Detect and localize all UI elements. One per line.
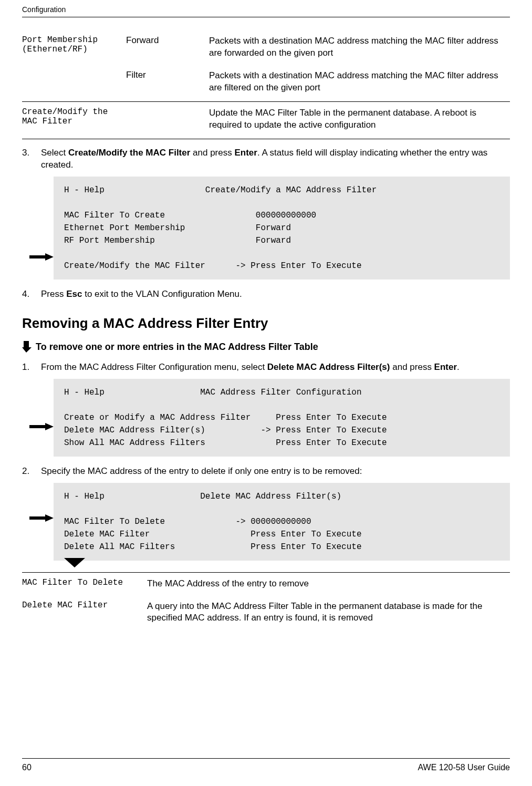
def-desc: Packets with a destination MAC address m… [209, 32, 510, 67]
definition-table-1: Port Membership (Ethernet/RF) Forward Pa… [22, 32, 510, 139]
def-item: Delete MAC Filter [22, 597, 147, 632]
page-number: 60 [22, 763, 32, 772]
task-text: To remove one or more entries in the MAC… [36, 342, 318, 353]
terminal-text: H - Help MAC Address Filter Configuratio… [54, 379, 510, 457]
table-row: Create/Modify the MAC Filter Update the … [22, 101, 510, 139]
table-row: Delete MAC Filter A query into the MAC A… [22, 597, 510, 632]
step-number: 4. [22, 288, 41, 301]
step-text: Specify the MAC address of the entry to … [41, 465, 510, 478]
arrow-right-icon [29, 514, 54, 522]
def-item: MAC Filter To Delete [22, 572, 147, 597]
def-option: Forward [126, 32, 209, 67]
arrow-task-icon [22, 341, 32, 353]
step-number: 3. [22, 147, 41, 172]
arrow-right-icon [29, 253, 54, 261]
terminal-text: H - Help Create/Modify a MAC Address Fil… [54, 177, 510, 280]
def-item: Create/Modify the MAC Filter [22, 101, 126, 139]
def-desc: Packets with a destination MAC address m… [209, 67, 510, 101]
step-2: 2. Specify the MAC address of the entry … [22, 465, 510, 478]
guide-title: AWE 120-58 User Guide [418, 763, 510, 772]
def-option: Filter [126, 67, 209, 101]
definition-table-2: MAC Filter To Delete The MAC Address of … [22, 572, 510, 632]
step-3: 3. Select Create/Modify the MAC Filter a… [22, 147, 510, 172]
svg-marker-2 [29, 423, 54, 430]
def-item: Port Membership (Ethernet/RF) [22, 32, 126, 67]
svg-marker-1 [22, 341, 32, 353]
terminal-block-3: H - Help Delete MAC Address Filter(s) MA… [54, 483, 510, 561]
svg-marker-3 [29, 514, 54, 522]
step-number: 1. [22, 361, 41, 374]
header-rule [22, 17, 510, 17]
step-1: 1. From the MAC Address Filter Configura… [22, 361, 510, 374]
section-heading: Removing a MAC Address Filter Entry [22, 315, 510, 332]
table-row: Port Membership (Ethernet/RF) Forward Pa… [22, 32, 510, 67]
step-number: 2. [22, 465, 41, 478]
step-4: 4. Press Esc to exit to the VLAN Configu… [22, 288, 510, 301]
table-row: Filter Packets with a destination MAC ad… [22, 67, 510, 101]
page-footer: 60 AWE 120-58 User Guide [22, 758, 510, 772]
def-desc: The MAC Address of the entry to remove [147, 572, 510, 597]
step-text: Press Esc to exit to the VLAN Configurat… [41, 288, 510, 301]
svg-marker-4 [64, 558, 85, 567]
svg-marker-0 [29, 253, 54, 261]
terminal-text: H - Help Delete MAC Address Filter(s) MA… [54, 483, 510, 561]
task-heading: To remove one or more entries in the MAC… [22, 341, 510, 353]
def-desc: Update the MAC Filter Table in the perma… [209, 101, 510, 139]
running-header: Configuration [22, 5, 510, 14]
step-text: From the MAC Address Filter Configuratio… [41, 361, 510, 374]
step-text: Select Create/Modify the MAC Filter and … [41, 147, 510, 172]
terminal-block-2: H - Help MAC Address Filter Configuratio… [54, 379, 510, 457]
arrow-down-icon [64, 558, 85, 570]
def-desc: A query into the MAC Address Filter Tabl… [147, 597, 510, 632]
arrow-right-icon [29, 423, 54, 430]
table-row: MAC Filter To Delete The MAC Address of … [22, 572, 510, 597]
terminal-block-1: H - Help Create/Modify a MAC Address Fil… [54, 177, 510, 280]
